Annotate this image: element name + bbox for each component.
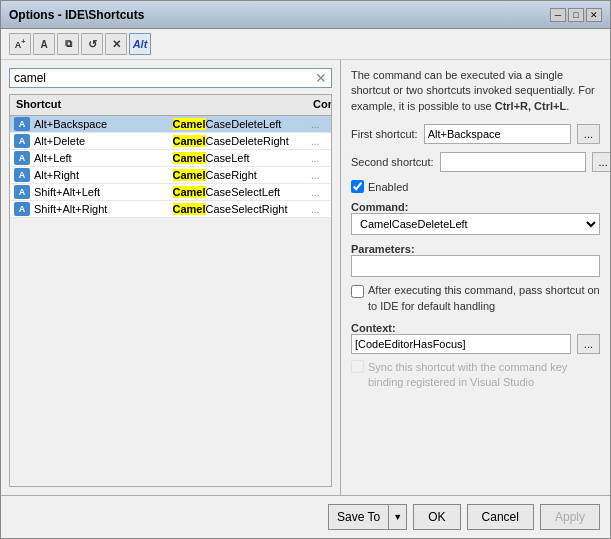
- table-row[interactable]: A Shift+Alt+Left CamelCaseSelectLeft ...: [10, 184, 331, 201]
- second-shortcut-row: Second shortcut: ...: [351, 152, 600, 172]
- search-clear-button[interactable]: ✕: [315, 71, 327, 85]
- alt-filter-button[interactable]: Alt: [129, 33, 151, 55]
- title-bar: Options - IDE\Shortcuts ─ □ ✕: [1, 1, 610, 29]
- shortcut-cell: Alt+Right: [34, 169, 173, 181]
- sync-checkbox[interactable]: [351, 360, 364, 373]
- table-row[interactable]: A Alt+Right CamelCaseRight ...: [10, 167, 331, 184]
- first-shortcut-row: First shortcut: ...: [351, 124, 600, 144]
- row-more: ...: [311, 204, 327, 215]
- apply-button[interactable]: Apply: [540, 504, 600, 530]
- left-panel: ✕ Shortcut Command A Alt+Backspace Camel: [1, 60, 341, 495]
- enabled-row: Enabled: [351, 180, 600, 193]
- command-cell: CamelCaseRight: [173, 169, 312, 181]
- command-dropdown[interactable]: CamelCaseDeleteLeft: [351, 213, 600, 235]
- row-icon: A: [14, 202, 30, 216]
- parameters-input[interactable]: [351, 255, 600, 277]
- context-section: Context: ...: [351, 320, 600, 354]
- command-cell: CamelCaseSelectLeft: [173, 186, 312, 198]
- command-cell: CamelCaseDeleteLeft: [173, 118, 312, 130]
- save-to-arrow-icon: ▼: [388, 505, 406, 529]
- toolbar: A+ A ⧉ ↺ ✕ Alt: [1, 29, 610, 60]
- first-shortcut-input[interactable]: [424, 124, 571, 144]
- sync-label: Sync this shortcut with the command key …: [368, 360, 600, 391]
- shortcut-cell: Alt+Delete: [34, 135, 173, 147]
- command-cell: CamelCaseSelectRight: [173, 203, 312, 215]
- second-shortcut-input[interactable]: [440, 152, 586, 172]
- footer: Save To ▼ OK Cancel Apply: [1, 495, 610, 538]
- alt-filter-label: Alt: [133, 38, 148, 50]
- row-more: ...: [311, 187, 327, 198]
- parameters-section: Parameters:: [351, 241, 600, 277]
- row-icon: A: [14, 134, 30, 148]
- command-cell: CamelCaseDeleteRight: [173, 135, 312, 147]
- sync-section: Sync this shortcut with the command key …: [351, 360, 600, 391]
- content-area: ✕ Shortcut Command A Alt+Backspace Camel: [1, 60, 610, 495]
- shortcut-table: Shortcut Command A Alt+Backspace CamelCa…: [9, 94, 332, 487]
- parameters-label: Parameters:: [351, 243, 600, 255]
- row-more: ...: [311, 170, 327, 181]
- copy-button[interactable]: ⧉: [57, 33, 79, 55]
- pass-shortcut-label: After executing this command, pass short…: [368, 283, 600, 314]
- main-window: Options - IDE\Shortcuts ─ □ ✕ A+ A ⧉ ↺ ✕…: [0, 0, 611, 539]
- table-row[interactable]: A Alt+Left CamelCaseLeft ...: [10, 150, 331, 167]
- row-icon: A: [14, 117, 30, 131]
- pass-shortcut-row: After executing this command, pass short…: [351, 283, 600, 314]
- col-header-more: [14, 111, 163, 113]
- description-text: The command can be executed via a single…: [351, 68, 600, 114]
- table-row[interactable]: A Alt+Delete CamelCaseDeleteRight ...: [10, 133, 331, 150]
- first-shortcut-label: First shortcut:: [351, 128, 418, 140]
- add-shortcut-button[interactable]: A+: [9, 33, 31, 55]
- shortcut-cell: Alt+Left: [34, 152, 173, 164]
- row-more: ...: [311, 153, 327, 164]
- pass-shortcut-checkbox[interactable]: [351, 285, 364, 298]
- col-header-shortcut: Shortcut: [14, 97, 311, 111]
- minimize-button[interactable]: ─: [550, 8, 566, 22]
- save-to-button[interactable]: Save To ▼: [328, 504, 407, 530]
- second-shortcut-button[interactable]: ...: [592, 152, 610, 172]
- maximize-button[interactable]: □: [568, 8, 584, 22]
- col-header-command: Command: [311, 97, 327, 111]
- context-label: Context:: [351, 322, 600, 334]
- edit-shortcut-button[interactable]: A: [33, 33, 55, 55]
- row-icon: A: [14, 168, 30, 182]
- reset-button[interactable]: ↺: [81, 33, 103, 55]
- search-input[interactable]: [14, 71, 315, 85]
- row-more: ...: [311, 119, 327, 130]
- row-icon: A: [14, 151, 30, 165]
- cancel-button[interactable]: Cancel: [467, 504, 534, 530]
- shortcut-cell: Alt+Backspace: [34, 118, 173, 130]
- remove-button[interactable]: ✕: [105, 33, 127, 55]
- context-input[interactable]: [351, 334, 571, 354]
- table-row[interactable]: A Shift+Alt+Right CamelCaseSelectRight .…: [10, 201, 331, 218]
- shortcut-cell: Shift+Alt+Right: [34, 203, 173, 215]
- shortcut-cell: Shift+Alt+Left: [34, 186, 173, 198]
- window-title: Options - IDE\Shortcuts: [9, 8, 144, 22]
- table-row[interactable]: A Alt+Backspace CamelCaseDeleteLeft ...: [10, 116, 331, 133]
- right-panel: The command can be executed via a single…: [341, 60, 610, 495]
- command-cell: CamelCaseLeft: [173, 152, 312, 164]
- title-bar-buttons: ─ □ ✕: [550, 8, 602, 22]
- save-to-label: Save To: [329, 510, 388, 524]
- row-more: ...: [311, 136, 327, 147]
- close-button[interactable]: ✕: [586, 8, 602, 22]
- command-section: Command: CamelCaseDeleteLeft: [351, 199, 600, 235]
- search-box[interactable]: ✕: [9, 68, 332, 88]
- first-shortcut-button[interactable]: ...: [577, 124, 600, 144]
- second-shortcut-label: Second shortcut:: [351, 156, 434, 168]
- command-label: Command:: [351, 201, 600, 213]
- table-header: Shortcut Command: [10, 95, 331, 116]
- row-icon: A: [14, 185, 30, 199]
- enabled-label: Enabled: [368, 181, 408, 193]
- enabled-checkbox[interactable]: [351, 180, 364, 193]
- context-button[interactable]: ...: [577, 334, 600, 354]
- ok-button[interactable]: OK: [413, 504, 460, 530]
